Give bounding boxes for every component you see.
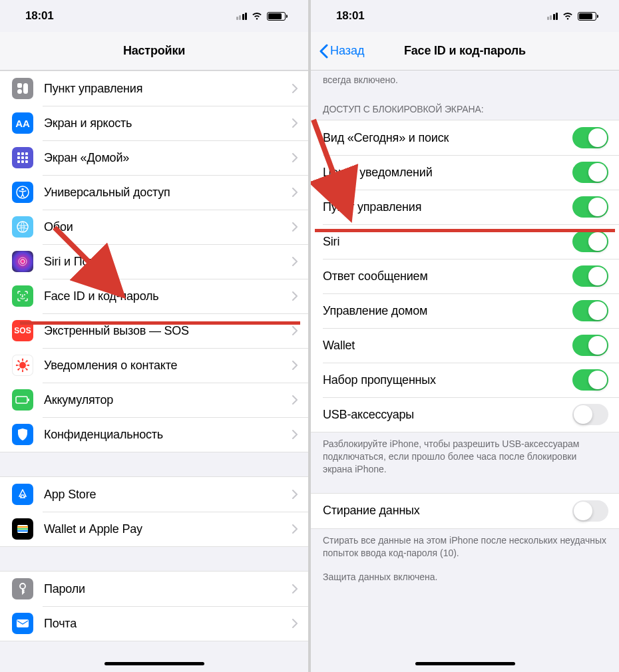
chevron-right-icon (292, 584, 298, 593)
toggle-label: USB-аксессуары (323, 408, 572, 422)
covid-icon (12, 355, 33, 376)
switch-return-missed[interactable] (572, 369, 608, 391)
toggle-erase-data: Стирание данных (311, 494, 619, 528)
display-icon: AA (12, 112, 33, 134)
back-button[interactable]: Назад (319, 44, 365, 59)
switch-today-view[interactable] (572, 127, 608, 148)
row-wallpaper[interactable]: Обои (0, 210, 308, 244)
chevron-right-icon (292, 84, 298, 93)
battery-icon (578, 12, 596, 21)
mail-icon (12, 613, 33, 634)
home-indicator[interactable] (415, 662, 515, 665)
chevron-right-icon (292, 153, 298, 162)
svg-point-32 (17, 360, 19, 361)
row-mail[interactable]: Почта (0, 606, 308, 641)
row-app-store[interactable]: App Store (0, 477, 308, 512)
left-phone: 18:01 Настройки Пункт управления AA (0, 0, 308, 672)
accessibility-icon (12, 182, 33, 203)
row-label: App Store (44, 488, 292, 502)
row-exposure-notifications[interactable]: Уведомления о контакте (0, 348, 308, 383)
section-header: ДОСТУП С БЛОКИРОВКОЙ ЭКРАНА: (311, 92, 619, 120)
switch-home-control[interactable] (572, 300, 608, 321)
row-privacy[interactable]: Конфиденциальность (0, 417, 308, 452)
home-indicator[interactable] (104, 662, 204, 665)
back-label: Назад (330, 44, 365, 58)
svg-rect-43 (17, 619, 29, 627)
switch-wallet[interactable] (572, 335, 608, 356)
row-accessibility[interactable]: Универсальный доступ (0, 175, 308, 210)
row-label: Обои (44, 220, 292, 234)
toggle-label: Пункт управления (323, 200, 572, 214)
row-home-screen[interactable]: Экран «Домой» (0, 140, 308, 175)
svg-rect-37 (28, 399, 29, 401)
control-center-icon (12, 78, 33, 99)
row-face-id-passcode[interactable]: Face ID и код-пароль (0, 279, 308, 313)
toggle-label: Вид «Сегодня» и поиск (323, 131, 572, 145)
svg-point-13 (21, 188, 24, 191)
chevron-right-icon (292, 257, 298, 266)
svg-point-19 (19, 362, 26, 369)
svg-rect-41 (17, 530, 28, 532)
faceid-settings[interactable]: всегда включено. ДОСТУП С БЛОКИРОВКОЙ ЭК… (311, 71, 619, 672)
svg-point-15 (19, 257, 27, 265)
row-emergency-sos[interactable]: SOS Экстренный вызов — SOS (0, 313, 308, 348)
toggle-return-missed: Набор пропущенных (311, 363, 619, 397)
row-label: Почта (44, 617, 292, 631)
svg-rect-39 (17, 526, 28, 528)
svg-point-30 (16, 365, 17, 366)
svg-rect-0 (17, 83, 22, 88)
passwords-icon (12, 578, 33, 599)
row-label: Конфиденциальность (44, 428, 292, 442)
toggle-wallet: Wallet (311, 328, 619, 363)
row-siri-search[interactable]: Siri и Поиск (0, 244, 308, 279)
right-phone: 18:01 Назад Face ID и код-пароль всегда … (311, 0, 619, 672)
row-wallet-apple-pay[interactable]: Wallet и Apple Pay (0, 512, 308, 546)
row-control-center[interactable]: Пункт управления (0, 71, 308, 106)
toggle-label: Центр уведомлений (323, 166, 572, 180)
row-passwords[interactable]: Пароли (0, 572, 308, 606)
svg-point-17 (20, 294, 21, 295)
toggle-reply-with-message: Ответ сообщением (311, 259, 619, 293)
annotation-underline (315, 229, 615, 232)
status-clock: 18:01 (336, 9, 364, 23)
navbar: Назад Face ID и код-пароль (311, 32, 619, 71)
row-battery[interactable]: Аккумулятор (0, 383, 308, 417)
cellular-signal-icon (236, 13, 248, 20)
switch-siri[interactable] (572, 231, 608, 252)
toggle-notification-center: Центр уведомлений (311, 155, 619, 190)
toggle-label: Набор пропущенных (323, 373, 572, 387)
row-label: Аккумулятор (44, 393, 292, 407)
svg-point-31 (28, 365, 29, 366)
row-label: Универсальный доступ (44, 186, 292, 200)
row-label: Wallet и Apple Pay (44, 522, 292, 536)
row-label: Уведомления о контакте (44, 359, 292, 373)
settings-list[interactable]: Пункт управления AA Экран и яркость Экра… (0, 71, 308, 672)
switch-reply-message[interactable] (572, 265, 608, 287)
svg-point-42 (20, 584, 25, 589)
status-clock: 18:01 (25, 9, 53, 23)
switch-notification-center[interactable] (572, 162, 608, 183)
toggle-today-view: Вид «Сегодня» и поиск (311, 120, 619, 155)
switch-erase-data[interactable] (572, 500, 608, 522)
wallpaper-icon (12, 216, 33, 238)
toggle-label: Siri (323, 235, 572, 249)
svg-point-14 (17, 222, 28, 232)
home-screen-icon (12, 147, 33, 168)
row-label: Siri и Поиск (44, 255, 292, 269)
switch-usb-accessories[interactable] (572, 404, 608, 425)
toggle-label: Стирание данных (323, 504, 572, 518)
erase-footer-text: Стирать все данные на этом iPhone после … (311, 529, 619, 565)
toggle-usb-accessories: USB-аксессуары (311, 397, 619, 432)
partial-footer-text: всегда включено. (311, 71, 619, 92)
face-id-icon (12, 285, 33, 307)
navbar: Настройки (0, 32, 308, 71)
battery-icon (267, 12, 286, 21)
svg-rect-1 (23, 83, 28, 94)
toggle-label: Ответ сообщением (323, 269, 572, 283)
wifi-icon (251, 11, 263, 21)
row-display-brightness[interactable]: AA Экран и яркость (0, 106, 308, 140)
toggle-control-center: Пункт управления (311, 190, 619, 224)
switch-control-center[interactable] (572, 196, 608, 218)
svg-rect-5 (25, 152, 28, 155)
chevron-right-icon (292, 188, 298, 197)
